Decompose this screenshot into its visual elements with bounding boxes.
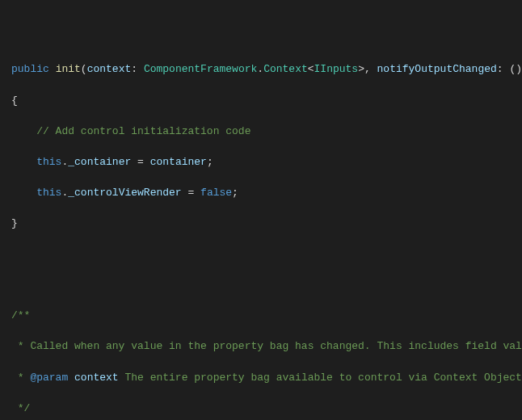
type-name: ComponentFramework xyxy=(144,63,257,75)
punctuation: ; xyxy=(207,156,213,168)
brace: } xyxy=(11,217,18,229)
jsdoc-param: context xyxy=(74,372,119,384)
jsdoc-tag: @param xyxy=(30,372,68,384)
code-line[interactable]: this._container = container; xyxy=(0,154,522,170)
property: _controlViewRender xyxy=(68,187,181,199)
code-editor-viewport[interactable]: public init(context: ComponentFramework.… xyxy=(0,46,522,420)
code-line[interactable]: /** xyxy=(0,308,522,323)
code-line[interactable]: * Called when any value in the property … xyxy=(0,338,522,354)
punctuation: : xyxy=(131,63,144,75)
jsdoc-open: /** xyxy=(11,309,30,321)
punctuation: : () = xyxy=(497,63,522,75)
identifier: container xyxy=(150,156,207,168)
punctuation: < xyxy=(308,63,314,75)
punctuation: >, xyxy=(358,63,377,75)
code-line[interactable]: * @param context The entire property bag… xyxy=(0,370,522,385)
function-name: init xyxy=(56,63,81,75)
boolean-literal: false xyxy=(200,187,232,199)
jsdoc-text: The entire property bag available to con… xyxy=(119,372,522,384)
keyword-this: this xyxy=(36,156,61,168)
punctuation: = xyxy=(131,156,149,168)
type-name: IInputs xyxy=(314,63,359,75)
code-line[interactable]: { xyxy=(0,93,522,108)
jsdoc-close: */ xyxy=(11,402,30,414)
code-line[interactable]: this._controlViewRender = false; xyxy=(0,185,522,200)
code-line[interactable]: } xyxy=(0,216,522,231)
property: _container xyxy=(68,156,131,168)
keyword-this: this xyxy=(36,187,61,199)
jsdoc-text: * xyxy=(11,372,30,384)
comment: // Add control initialization code xyxy=(36,125,250,137)
punctuation: ; xyxy=(232,187,238,199)
jsdoc-text: * Called when any value in the property … xyxy=(11,340,522,352)
punctuation: ( xyxy=(81,63,87,75)
code-line[interactable]: // Add control initialization code xyxy=(0,124,522,139)
type-name: Context xyxy=(263,63,308,75)
punctuation: . xyxy=(257,63,263,75)
parameter: notifyOutputChanged xyxy=(377,63,497,75)
code-line[interactable] xyxy=(0,277,522,292)
keyword: public xyxy=(11,63,49,75)
brace: { xyxy=(11,94,18,107)
code-line[interactable]: */ xyxy=(0,401,522,416)
code-line[interactable] xyxy=(0,246,522,262)
code-line[interactable]: public init(context: ComponentFramework.… xyxy=(0,61,522,77)
parameter: context xyxy=(87,63,132,75)
punctuation: = xyxy=(182,187,200,199)
